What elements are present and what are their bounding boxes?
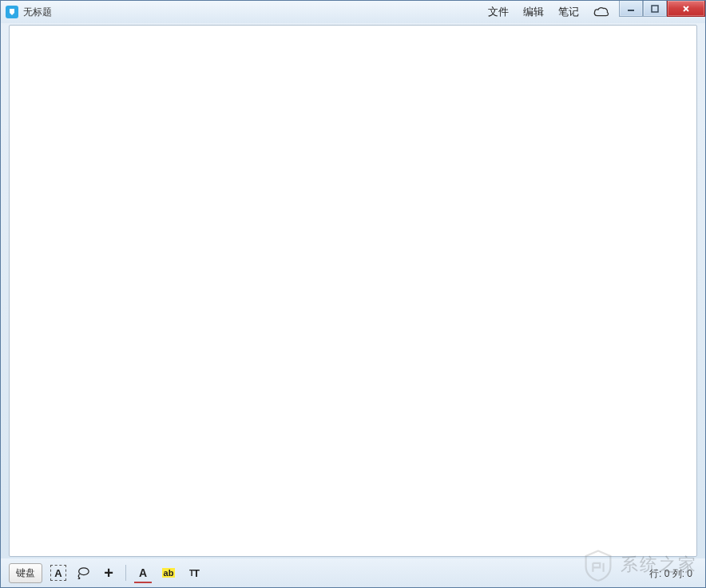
svg-rect-0 bbox=[628, 10, 634, 11]
menu-edit[interactable]: 编辑 bbox=[523, 5, 544, 19]
add-tool-icon[interactable]: + bbox=[100, 564, 117, 582]
minimize-button[interactable] bbox=[619, 1, 643, 17]
lasso-tool-icon[interactable] bbox=[74, 564, 92, 582]
font-color-tool[interactable]: A bbox=[134, 564, 152, 582]
text-size-tool-icon[interactable]: TT bbox=[185, 564, 203, 582]
bottom-toolbar: 键盘 A + A ab TT bbox=[1, 558, 705, 587]
app-window: 无标题 文件 编辑 笔记 键盘 A + bbox=[0, 0, 706, 588]
close-button[interactable] bbox=[667, 1, 705, 17]
menu-file[interactable]: 文件 bbox=[488, 5, 509, 19]
toolbar-divider bbox=[125, 565, 126, 581]
app-icon bbox=[6, 6, 18, 18]
keyboard-button[interactable]: 键盘 bbox=[9, 563, 42, 583]
menu-note[interactable]: 笔记 bbox=[558, 5, 579, 19]
highlight-tool[interactable]: ab bbox=[160, 564, 177, 582]
status-position: 行: 0 列: 0 bbox=[649, 567, 692, 581]
titlebar: 无标题 文件 编辑 笔记 bbox=[1, 1, 705, 23]
cloud-icon[interactable] bbox=[593, 6, 609, 18]
text-select-tool[interactable]: A bbox=[50, 565, 66, 581]
menu-bar: 文件 编辑 笔记 bbox=[488, 5, 616, 19]
svg-rect-1 bbox=[652, 6, 658, 12]
editor-canvas[interactable] bbox=[9, 25, 697, 557]
highlight-tool-label: ab bbox=[162, 568, 176, 578]
window-controls bbox=[619, 1, 705, 17]
maximize-button[interactable] bbox=[643, 1, 667, 17]
window-title: 无标题 bbox=[23, 6, 52, 19]
svg-point-2 bbox=[79, 568, 89, 575]
